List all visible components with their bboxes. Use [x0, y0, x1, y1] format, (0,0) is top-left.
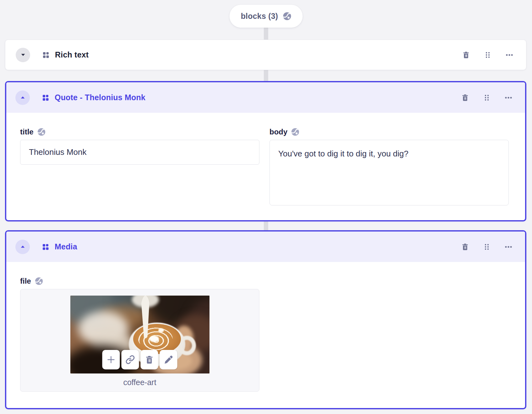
array-field-pill: blocks (3): [230, 5, 303, 28]
chevron-down-icon: [20, 52, 26, 58]
block-menu-button[interactable]: [503, 242, 514, 252]
upload-file-button[interactable]: [102, 350, 120, 369]
remove-file-button[interactable]: [141, 350, 158, 369]
block-rich-text-header[interactable]: Rich text: [5, 40, 526, 70]
block-media: Media: [5, 230, 526, 409]
plus-icon: [106, 355, 116, 365]
field-body: body You've got to dig it to dig it, you…: [269, 127, 509, 207]
globe-icon: [283, 12, 291, 20]
array-editor-page: blocks (3) Rich text: [0, 0, 532, 414]
menu-ellipsis-icon: [505, 51, 513, 59]
chevron-up-icon: [20, 244, 26, 250]
trash-icon: [461, 93, 469, 102]
block-type-grid-icon: [42, 243, 49, 251]
trash-icon: [145, 355, 154, 364]
select-asset-button[interactable]: [122, 350, 139, 369]
globe-icon: [35, 277, 43, 285]
array-field-pill-label: blocks (3): [241, 12, 278, 21]
collapse-toggle-button[interactable]: [15, 90, 30, 105]
block-type-grid-icon: [42, 51, 50, 59]
title-field-label: title: [20, 128, 34, 136]
title-input[interactable]: [20, 140, 259, 165]
field-title: title: [20, 127, 259, 207]
drag-handle-icon: [484, 51, 491, 59]
drag-handle[interactable]: [482, 242, 492, 252]
drag-handle[interactable]: [483, 50, 493, 60]
block-title: Media: [55, 242, 77, 251]
expand-toggle-button[interactable]: [16, 48, 30, 62]
edit-file-button[interactable]: [160, 350, 177, 369]
block-menu-button[interactable]: [504, 50, 515, 60]
collapse-toggle-button[interactable]: [15, 240, 30, 254]
chevron-up-icon: [20, 95, 26, 101]
body-field-label: body: [269, 128, 287, 136]
block-menu-button[interactable]: [503, 92, 514, 103]
menu-ellipsis-icon: [504, 94, 513, 102]
globe-icon: [291, 128, 299, 136]
trash-icon: [461, 242, 469, 251]
block-type-grid-icon: [42, 94, 49, 101]
pencil-icon: [164, 355, 173, 364]
block-quote: Quote - Thelonius Monk: [5, 81, 526, 221]
block-title: Rich text: [55, 50, 89, 59]
file-name: coffee-art: [123, 378, 156, 387]
link-icon: [126, 355, 135, 364]
block-rich-text: Rich text: [5, 40, 526, 70]
drag-handle[interactable]: [482, 92, 492, 103]
drag-handle-icon: [483, 94, 491, 102]
delete-block-button[interactable]: [461, 49, 471, 60]
globe-icon: [37, 128, 46, 136]
menu-ellipsis-icon: [504, 243, 513, 251]
block-quote-header[interactable]: Quote - Thelonius Monk: [6, 82, 525, 113]
drag-handle-icon: [483, 243, 491, 251]
file-action-buttons: [102, 350, 177, 369]
delete-block-button[interactable]: [460, 92, 470, 103]
body-textarea[interactable]: You've got to dig it to dig it, you dig?: [269, 140, 509, 205]
trash-icon: [462, 51, 470, 59]
block-media-header[interactable]: Media: [6, 232, 525, 262]
file-field-label: file: [20, 277, 31, 286]
file-upload-area[interactable]: coffee-art: [20, 289, 259, 392]
delete-block-button[interactable]: [460, 241, 470, 252]
block-title: Quote - Thelonius Monk: [55, 93, 145, 102]
